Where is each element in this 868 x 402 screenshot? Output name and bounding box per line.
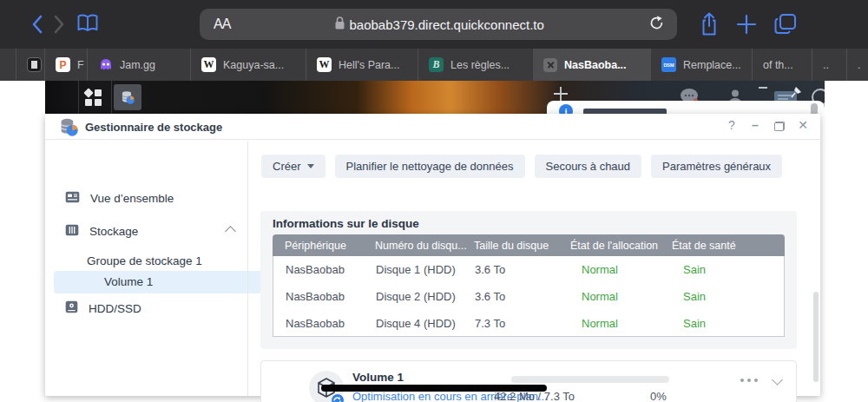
health-status: Sain [673, 263, 706, 276]
jam-gg-icon [98, 57, 113, 72]
toolbar: Créer Planifier le nettoyage de données … [261, 155, 782, 178]
sidebar-item-hdd-ssd[interactable]: HDD/SSD [65, 300, 234, 316]
window-scrollbar[interactable] [813, 292, 819, 382]
disk-table-header[interactable]: Périphérique Numéro du disqu... Taille d… [273, 234, 785, 256]
more-options-icon[interactable] [740, 379, 744, 382]
dsm-icon: DSM [661, 57, 676, 72]
restore-button[interactable] [774, 122, 785, 131]
wikipedia-icon: W [317, 57, 332, 72]
dsm-desktop-strip: i [45, 81, 825, 114]
browser-toolbar: AA baobab379.direct.quickconnect.to [0, 0, 868, 49]
wikipedia-icon: W [201, 57, 216, 72]
storage-manager-icon [59, 117, 79, 141]
url-text: baobab379.direct.quickconnect.to [350, 17, 544, 32]
reload-icon[interactable] [648, 15, 665, 35]
sync-badge-icon [331, 393, 345, 402]
health-status: Sain [673, 317, 706, 330]
window-title: Gestionnaire de stockage [85, 121, 222, 134]
storage-icon [65, 224, 79, 239]
tab-hells-paradise[interactable]: W Hell's Para... [306, 49, 418, 81]
window-titlebar[interactable]: Gestionnaire de stockage ? – ✕ [45, 114, 820, 140]
lock-icon [335, 16, 345, 33]
tab-unknown-2[interactable]: P F [44, 49, 87, 81]
expand-chevron-icon[interactable] [772, 374, 783, 386]
table-row[interactable]: NasBaobab Disque 4 (HDD) 7.3 To Normal S… [273, 310, 785, 337]
tab-strip: P F Jam.gg W Kaguya-sa... W Hell's Para.… [0, 49, 868, 81]
tab-unknown-1[interactable] [16, 49, 44, 81]
collapse-chevron-icon[interactable] [225, 226, 236, 237]
minimize-button[interactable]: – [746, 118, 765, 132]
bookmarks-icon[interactable] [76, 14, 99, 36]
tab-favicon [27, 57, 42, 72]
notification-scrollbar[interactable] [811, 103, 818, 114]
help-button[interactable]: ? [722, 118, 741, 132]
sidebar-item-volume1[interactable]: Volume 1 [104, 275, 153, 288]
window-main-pane: Créer Planifier le nettoyage de données … [247, 141, 820, 396]
table-row[interactable]: NasBaobab Disque 2 (HDD) 3.6 To Normal S… [273, 283, 785, 310]
volume-usage: 42.2 Mo / 7.3 To [494, 390, 575, 402]
allocation-status: Normal [571, 263, 618, 276]
allocation-status: Normal [571, 317, 618, 330]
tab-of-the[interactable]: of th... [752, 49, 812, 81]
hot-spare-button[interactable]: Secours à chaud [535, 155, 642, 178]
web-page: i Gestionnaire de stockage ? – ✕ [0, 81, 868, 402]
tab-overview-icon[interactable] [774, 13, 798, 38]
info-icon: i [559, 104, 573, 114]
window-sidebar: Vue d’ensemble Stockage Groupe de stocka… [45, 141, 247, 396]
tab-jam-gg[interactable]: Jam.gg [87, 49, 190, 81]
overview-icon [65, 191, 80, 206]
close-tab-icon[interactable] [543, 58, 557, 72]
volume-card[interactable]: Volume 1 Optimisation en cours en arrièr… [260, 360, 797, 402]
forward-icon[interactable] [54, 15, 65, 37]
tab-remplace[interactable]: DSM Remplace... [651, 49, 752, 81]
main-menu-icon[interactable] [85, 89, 102, 106]
close-button[interactable]: ✕ [793, 118, 812, 132]
reader-text-size-button[interactable]: AA [214, 16, 230, 32]
sidebar-item-storage[interactable]: Stockage [65, 224, 234, 239]
sidebar-item-overview[interactable]: Vue d’ensemble [65, 191, 234, 206]
volume-progress-bar [511, 376, 669, 383]
address-bar[interactable]: AA baobab379.direct.quickconnect.to [200, 9, 677, 40]
tab-nasbaobab-active[interactable]: NasBaoba... [533, 49, 651, 81]
table-row[interactable]: NasBaobab Disque 1 (HDD) 3.6 To Normal S… [273, 256, 785, 283]
new-tab-icon[interactable] [736, 14, 757, 38]
p-site-icon: P [56, 57, 70, 72]
general-settings-button[interactable]: Paramètres généraux [651, 155, 782, 178]
volume-percent: 0% [650, 390, 667, 402]
disk-table: Périphérique Numéro du disqu... Taille d… [273, 234, 785, 337]
selected-item-highlight [54, 271, 271, 293]
disk-info-panel: Informations sur le disque Périphérique … [260, 211, 797, 349]
health-status: Sain [673, 290, 706, 303]
schedule-data-scrubbing-button[interactable]: Planifier le nettoyage de données [335, 155, 525, 178]
volume-name: Volume 1 [352, 371, 404, 384]
tab-partial-2[interactable]: . [846, 49, 868, 81]
b-site-icon: B [429, 57, 444, 72]
caret-down-icon [307, 164, 314, 168]
create-button[interactable]: Créer [261, 155, 326, 178]
tab-les-regles[interactable]: B Les règles... [418, 49, 533, 81]
allocation-status: Normal [571, 290, 618, 303]
tab-partial-1[interactable]: .. [812, 49, 846, 81]
minimize-widget-icon[interactable] [757, 84, 769, 100]
back-icon[interactable] [31, 15, 43, 37]
notification-panel[interactable]: i [547, 101, 825, 114]
storage-manager-taskbar-button[interactable] [114, 84, 141, 110]
tab-kaguya[interactable]: W Kaguya-sa... [190, 49, 306, 81]
storage-manager-window: Gestionnaire de stockage ? – ✕ Vue d’ens… [45, 114, 820, 396]
sidebar-item-storage-group[interactable]: Groupe de stockage 1 [87, 254, 202, 267]
disk-info-title: Informations sur le disque [273, 217, 419, 230]
screen: AA baobab379.direct.quickconnect.to [0, 0, 868, 402]
home-indicator[interactable] [321, 385, 547, 392]
disk-icon [65, 300, 78, 316]
share-icon[interactable] [700, 12, 719, 40]
